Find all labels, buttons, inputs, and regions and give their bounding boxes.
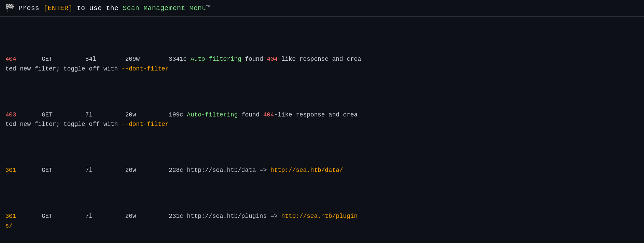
status-301-2: 301 xyxy=(5,213,16,220)
status-301-1: 301 xyxy=(5,167,16,174)
log-content: 404 GET 84l 209w 3341c Auto-filtering fo… xyxy=(0,17,644,243)
header-text: Press [ENTER] to use the Scan Management… xyxy=(18,3,210,13)
filter-404-1: 404 xyxy=(267,56,278,62)
status-404-1: 404 xyxy=(5,56,16,62)
autofilter-label-2: Auto-filtering xyxy=(187,111,238,118)
log-line-2: 403 GET 7l 20w 199c Auto-filtering found… xyxy=(5,110,639,130)
redirect-plugins: http://sea.htb/plugin s/ xyxy=(5,213,358,229)
log-line-3: 301 GET 7l 20w 228c http://sea.htb/data … xyxy=(5,165,639,175)
dont-filter-2: --dont-filter xyxy=(122,121,169,128)
autofilter-label-1: Auto-filtering xyxy=(191,56,241,62)
filter-404-2: 404 xyxy=(263,111,274,118)
status-403: 403 xyxy=(5,111,16,118)
header-middle: to use the xyxy=(73,4,123,12)
enter-key: [ENTER] xyxy=(43,4,73,12)
terminal-window: 🏁 Press [ENTER] to use the Scan Manageme… xyxy=(0,0,644,243)
log-line-4: 301 GET 7l 20w 231c http://sea.htb/plugi… xyxy=(5,211,639,231)
header-press: Press xyxy=(18,4,43,12)
log-line-1: 404 GET 84l 209w 3341c Auto-filtering fo… xyxy=(5,54,639,74)
dont-filter-1: --dont-filter xyxy=(122,65,169,72)
redirect-data: http://sea.htb/data/ xyxy=(271,167,343,174)
trademark: ™ xyxy=(206,4,210,12)
flag-icon: 🏁 xyxy=(5,3,14,14)
app-name: Scan Management Menu xyxy=(123,4,206,12)
header-bar: 🏁 Press [ENTER] to use the Scan Manageme… xyxy=(0,0,644,17)
